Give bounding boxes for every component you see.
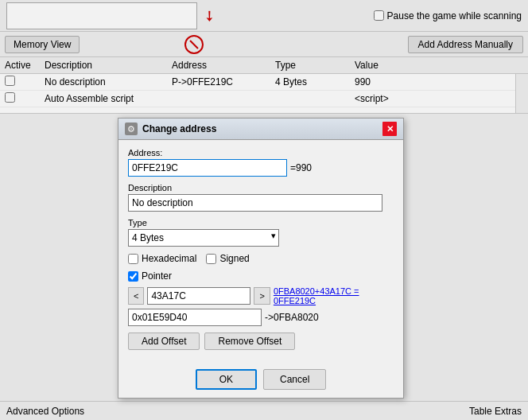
address-label: Address: [128, 148, 394, 158]
options-row: Hexadecimal Signed [128, 253, 394, 264]
type-select-wrapper[interactable]: Byte 2 Bytes 4 Bytes 8 Bytes Float Doubl… [128, 229, 279, 247]
address-input[interactable] [128, 159, 287, 177]
pointer-checkbox[interactable] [128, 271, 138, 282]
pointer-result-link[interactable]: 0FBA8020+43A17C = 0FFE219C [274, 286, 394, 305]
hexadecimal-checkbox-item[interactable]: Hexadecimal [128, 253, 196, 264]
base-address-input[interactable] [128, 309, 262, 326]
remove-offset-button[interactable]: Remove Offset [204, 332, 295, 350]
pointer-checkbox-item[interactable]: Pointer [128, 270, 394, 282]
offset-buttons-row: Add Offset Remove Offset [128, 332, 394, 350]
type-select[interactable]: Byte 2 Bytes 4 Bytes 8 Bytes Float Doubl… [128, 229, 279, 247]
description-row [128, 194, 394, 212]
pointer-label: Pointer [142, 270, 172, 282]
description-input[interactable] [128, 194, 382, 212]
change-address-dialog: ⚙ Change address ✕ Address: =990 Descrip… [118, 118, 404, 399]
dialog-close-button[interactable]: ✕ [382, 122, 397, 136]
ok-button[interactable]: OK [196, 369, 257, 390]
base-result-text: ->0FBA8020 [265, 312, 319, 323]
address-row: =990 [128, 159, 394, 177]
hexadecimal-checkbox[interactable] [128, 254, 138, 264]
dialog-footer: OK Cancel [118, 366, 403, 398]
pointer-offset-row: < > 0FBA8020+43A17C = 0FFE219C [128, 286, 394, 305]
prev-arrow-button[interactable]: < [128, 287, 144, 305]
dialog-body: Address: =990 Description Type Byte 2 By… [118, 140, 403, 366]
signed-checkbox-item[interactable]: Signed [206, 253, 249, 264]
dialog-icon: ⚙ [125, 122, 138, 135]
hexadecimal-label: Hexadecimal [142, 253, 196, 264]
dialog-titlebar: ⚙ Change address ✕ [118, 119, 403, 140]
signed-checkbox[interactable] [206, 254, 216, 264]
next-arrow-button[interactable]: > [254, 287, 270, 305]
description-label: Description [128, 183, 394, 192]
type-label: Type [128, 218, 394, 228]
signed-label: Signed [219, 253, 249, 264]
pointer-base-row: ->0FBA8020 [128, 309, 394, 326]
address-value-display: =990 [290, 162, 312, 173]
type-row: Byte 2 Bytes 4 Bytes 8 Bytes Float Doubl… [128, 229, 394, 247]
offset-input[interactable] [147, 287, 250, 305]
pointer-section: Pointer < > 0FBA8020+43A17C = 0FFE219C -… [128, 270, 394, 326]
add-offset-button[interactable]: Add Offset [128, 332, 200, 350]
cancel-button[interactable]: Cancel [263, 369, 326, 390]
dialog-title: Change address [142, 123, 378, 134]
dialog-overlay: ⚙ Change address ✕ Address: =990 Descrip… [0, 0, 528, 420]
